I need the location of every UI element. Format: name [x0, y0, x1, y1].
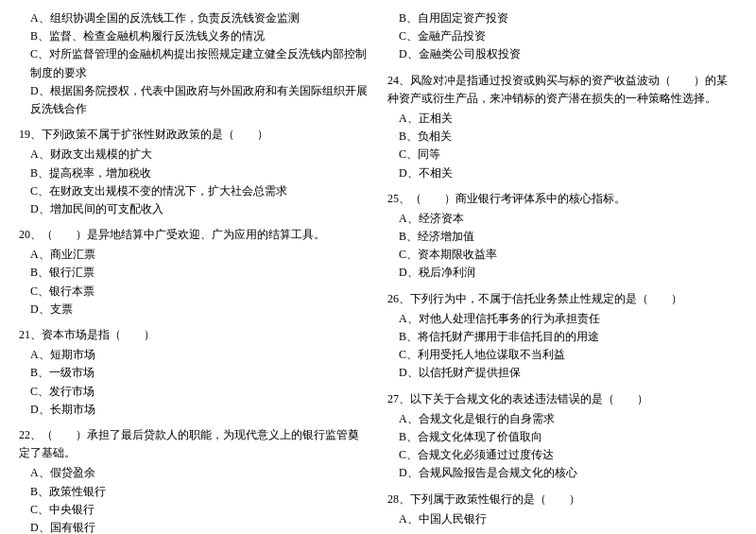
- option: A、财政支出规模的扩大: [19, 146, 369, 164]
- option: A、正相关: [387, 110, 737, 128]
- right-column: B、自用固定资产投资C、金融产品投资D、金融类公司股权投资24、风险对冲是指通过…: [387, 9, 737, 534]
- option: B、经济增加值: [387, 228, 737, 246]
- option: D、增加民间的可支配收入: [19, 200, 369, 218]
- question-title: 28、下列属于政策性银行的是（ ）: [387, 491, 737, 508]
- question-block: 20、（ ）是异地结算中广受欢迎、广为应用的结算工具。A、商业汇票B、银行汇票C…: [19, 226, 369, 319]
- option: D、合规风险报告是合规文化的核心: [387, 464, 737, 482]
- option: B、一级市场: [19, 364, 369, 382]
- question-block: 21、资本市场是指（ ）A、短期市场B、一级市场C、发行市场D、长期市场: [19, 326, 369, 419]
- question-block: 19、下列政策不属于扩张性财政政策的是（ ）A、财政支出规模的扩大B、提高税率，…: [19, 126, 369, 218]
- question-block: A、组织协调全国的反洗钱工作，负责反洗钱资金监测B、监督、检查金融机构履行反洗钱…: [19, 9, 369, 118]
- option: D、税后净利润: [387, 264, 737, 282]
- option: A、中国人民银行: [387, 510, 737, 528]
- option: A、短期市场: [19, 346, 369, 364]
- option: B、提高税率，增加税收: [19, 164, 369, 182]
- option: B、将信托财产挪用于非信托目的的用途: [387, 328, 737, 346]
- option: A、合规文化是银行的自身需求: [387, 410, 737, 428]
- option: A、假贷盈余: [19, 464, 369, 482]
- option: B、自用固定资产投资: [387, 9, 737, 27]
- option: D、不相关: [387, 164, 737, 182]
- option: D、长期市场: [19, 401, 369, 419]
- question-title: 21、资本市场是指（ ）: [19, 326, 369, 344]
- two-column-layout: A、组织协调全国的反洗钱工作，负责反洗钱资金监测B、监督、检查金融机构履行反洗钱…: [19, 9, 737, 534]
- option: C、银行本票: [19, 283, 369, 301]
- option: A、商业汇票: [19, 246, 369, 264]
- option: A、经济资本: [387, 210, 737, 228]
- question-block: 25、（ ）商业银行考评体系中的核心指标。A、经济资本B、经济增加值C、资本期限…: [387, 190, 737, 283]
- question-title: 24、风险对冲是指通过投资或购买与标的资产收益波动（ ）的某种资产或衍生产品，来…: [387, 72, 737, 108]
- option: D、以信托财产提供担保: [387, 364, 737, 382]
- option: D、支票: [19, 301, 369, 319]
- option: C、合规文化必须通过过度传达: [387, 446, 737, 464]
- option: C、资本期限收益率: [387, 246, 737, 264]
- option: A、组织协调全国的反洗钱工作，负责反洗钱资金监测: [19, 9, 369, 27]
- option: B、负相关: [387, 128, 737, 146]
- option: C、对所监督管理的金融机构提出按照规定建立健全反洗钱内部控制制度的要求: [19, 45, 369, 81]
- option: D、金融类公司股权投资: [387, 45, 737, 63]
- question-title: 26、下列行为中，不属于信托业务禁止性规定的是（ ）: [387, 290, 737, 308]
- option: D、国有银行: [19, 519, 369, 534]
- question-block: 27、以下关于合规文化的表述违法错误的是（ ）A、合规文化是银行的自身需求B、合…: [387, 390, 737, 483]
- option: C、在财政支出规模不变的情况下，扩大社会总需求: [19, 182, 369, 200]
- option: C、金融产品投资: [387, 27, 737, 45]
- question-block: 24、风险对冲是指通过投资或购买与标的资产收益波动（ ）的某种资产或衍生产品，来…: [387, 72, 737, 182]
- page-container: A、组织协调全国的反洗钱工作，负责反洗钱资金监测B、监督、检查金融机构履行反洗钱…: [19, 9, 737, 534]
- option: C、中央银行: [19, 501, 369, 519]
- question-title: 22、（ ）承担了最后贷款人的职能，为现代意义上的银行监管奠定了基础。: [19, 426, 369, 462]
- option: C、利用受托人地位谋取不当利益: [387, 346, 737, 364]
- question-block: 22、（ ）承担了最后贷款人的职能，为现代意义上的银行监管奠定了基础。A、假贷盈…: [19, 426, 369, 534]
- question-title: 27、以下关于合规文化的表述违法错误的是（ ）: [387, 390, 737, 408]
- option: B、合规文化体现了价值取向: [387, 428, 737, 446]
- option: A、对他人处理信托事务的行为承担责任: [387, 310, 737, 328]
- question-block: 26、下列行为中，不属于信托业务禁止性规定的是（ ）A、对他人处理信托事务的行为…: [387, 290, 737, 383]
- option: C、同等: [387, 146, 737, 164]
- option: D、根据国务院授权，代表中国政府与外国政府和有关国际组织开展反洗钱合作: [19, 82, 369, 118]
- option: B、监督、检查金融机构履行反洗钱义务的情况: [19, 27, 369, 45]
- option: C、发行市场: [19, 383, 369, 401]
- question-title: 19、下列政策不属于扩张性财政政策的是（ ）: [19, 126, 369, 144]
- question-block: B、自用固定资产投资C、金融产品投资D、金融类公司股权投资: [387, 9, 737, 64]
- option: B、政策性银行: [19, 483, 369, 501]
- question-block: 28、下列属于政策性银行的是（ ）A、中国人民银行: [387, 491, 737, 528]
- question-title: 20、（ ）是异地结算中广受欢迎、广为应用的结算工具。: [19, 226, 369, 244]
- left-column: A、组织协调全国的反洗钱工作，负责反洗钱资金监测B、监督、检查金融机构履行反洗钱…: [19, 9, 369, 534]
- question-title: 25、（ ）商业银行考评体系中的核心指标。: [387, 190, 737, 208]
- option: B、银行汇票: [19, 264, 369, 282]
